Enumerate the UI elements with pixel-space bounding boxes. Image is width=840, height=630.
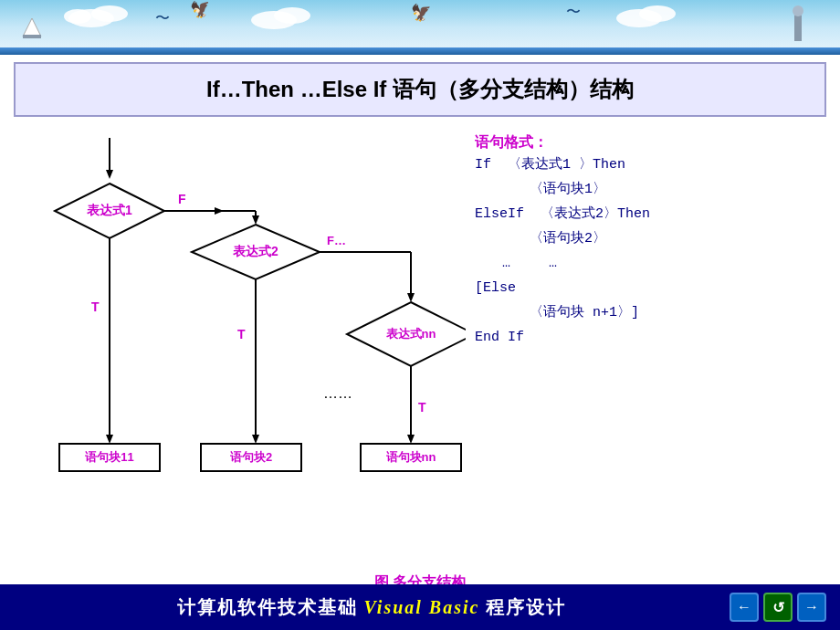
syntax-line-3: ElseIf 〈表达式2〉Then (475, 202, 831, 226)
next-button[interactable]: → (797, 593, 826, 622)
syntax-line-4: 〈语句块2〉 (475, 226, 831, 251)
syntax-line-2: 〈语句块1〉 (475, 177, 831, 202)
home-button[interactable]: ↺ (763, 593, 793, 622)
bottom-title-part1: 计算机软件技术基础 (177, 597, 358, 617)
svg-marker-31 (252, 435, 259, 444)
svg-text:语句块nn: 语句块nn (386, 450, 436, 464)
svg-text:表达式1: 表达式1 (87, 203, 132, 217)
syntax-line-7: 〈语句块 n+1〉] (475, 300, 831, 325)
bottom-title-part3: 程序设计 (486, 597, 566, 617)
svg-text:〜: 〜 (566, 4, 581, 19)
svg-text:F: F (178, 192, 186, 206)
bottom-bar: 计算机软件技术基础 Visual Basic 程序设计 ← ↺ → (0, 584, 840, 630)
syntax-line-8: End If (475, 325, 831, 350)
svg-marker-16 (106, 170, 113, 179)
syntax-line-5: … … (475, 251, 831, 276)
svg-marker-42 (407, 435, 415, 444)
svg-text:🦅: 🦅 (189, 0, 213, 21)
nav-buttons: ← ↺ → (730, 593, 826, 622)
svg-marker-20 (106, 435, 113, 444)
svg-text:……: …… (323, 385, 352, 401)
svg-point-4 (64, 9, 91, 24)
syntax-line-6: [Else (475, 276, 831, 300)
prev-button[interactable]: ← (730, 593, 759, 622)
svg-point-6 (274, 7, 310, 24)
svg-text:表达式nn: 表达式nn (386, 327, 436, 341)
svg-text:T: T (418, 400, 426, 415)
syntax-label: 语句格式： (475, 134, 548, 150)
svg-text:表达式2: 表达式2 (233, 244, 278, 258)
main-content: 表达式1 T F 表达式2 T F… …… (0, 124, 840, 572)
svg-text:语句块2: 语句块2 (230, 450, 272, 464)
top-decorative-bar: 〜 🦅 🦅 〜 (0, 0, 840, 55)
svg-text:F…: F… (327, 234, 346, 247)
svg-marker-38 (407, 293, 415, 302)
title-text: If…Then …Else If 语句（多分支结构）结构 (206, 77, 634, 101)
syntax-line-1: If 〈表达式1 〉Then (475, 152, 831, 177)
flowchart-svg: 表达式1 T F 表达式2 T F… …… (9, 129, 466, 512)
flowchart-area: 表达式1 T F 表达式2 T F… …… (9, 129, 466, 567)
svg-rect-1 (23, 35, 41, 38)
svg-text:T: T (91, 299, 100, 314)
slide-title: If…Then …Else If 语句（多分支结构）结构 (14, 62, 826, 117)
syntax-content: If 〈表达式1 〉Then 〈语句块1〉 ElseIf 〈表达式2〉Then … (475, 152, 831, 350)
svg-text:语句块11: 语句块11 (85, 450, 133, 464)
svg-rect-13 (794, 14, 802, 41)
svg-text:〜: 〜 (155, 10, 170, 26)
svg-marker-0 (23, 18, 41, 37)
bottom-title-vb: Visual Basic (364, 597, 480, 617)
svg-text:🦅: 🦅 (411, 3, 432, 23)
svg-text:T: T (237, 327, 246, 341)
svg-marker-27 (252, 215, 259, 225)
svg-point-12 (639, 5, 676, 22)
syntax-area: 语句格式： If 〈表达式1 〉Then 〈语句块1〉 ElseIf 〈表达式2… (466, 129, 831, 567)
svg-point-14 (793, 5, 803, 16)
svg-point-3 (91, 5, 128, 22)
bottom-title: 计算机软件技术基础 Visual Basic 程序设计 (14, 595, 730, 620)
